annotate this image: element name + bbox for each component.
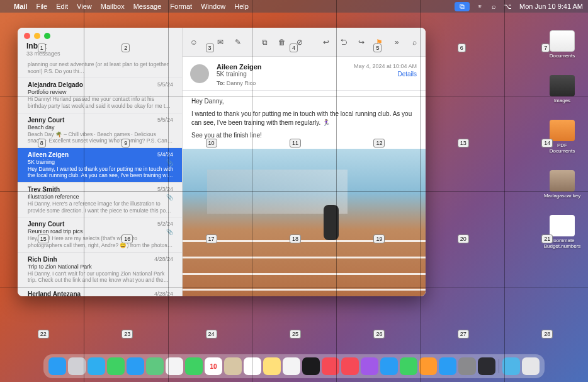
message-list-item[interactable]: Rich Dinh4/28/24Trip to Zion National Pa… [18, 253, 182, 287]
dock-keynote[interactable] [380, 357, 398, 375]
message-list-item[interactable]: Jenny Court5/5/24Beach dayBeach Day 🌴 – … [18, 113, 182, 148]
dock-launchpad[interactable] [68, 357, 86, 375]
reply-icon[interactable]: ↩ [320, 37, 332, 48]
message-item-preview: Hey Danny, I wanted to thank you for put… [28, 166, 173, 179]
message-item-date: 5/5/24 [157, 81, 173, 88]
dock-trash[interactable] [522, 357, 540, 375]
spotlight-icon[interactable]: ⌕ [492, 3, 496, 10]
grid-cell-label: 22 [38, 330, 49, 339]
more-icon[interactable]: » [390, 37, 403, 48]
message-datetime: May 4, 2024 at 10:04 AM [354, 63, 417, 69]
search-icon[interactable]: ⌕ [408, 37, 421, 48]
dock-news[interactable] [341, 357, 359, 375]
dock-messages[interactable] [107, 357, 125, 375]
sender-avatar [190, 64, 209, 83]
grid-cell-label: 13 [458, 139, 469, 148]
dock-tv[interactable] [302, 357, 320, 375]
menu-window[interactable]: Window [201, 3, 225, 10]
toolbar: ☺ ✉ ✎ ⧉ 🗑 ⊘ ↩ ⮌ ↪ ⚑ » ⌕ [183, 28, 426, 57]
message-list-pane: Inbox 33 messages planning our next adve… [18, 28, 183, 296]
message-item-date: 4/28/24 [154, 256, 173, 262]
desktop-item-label: Documents [550, 53, 575, 59]
message-body-paragraph: Hey Danny, [191, 97, 417, 106]
attachment-icon: 📎 [166, 229, 173, 235]
dock-appstore[interactable] [439, 357, 456, 375]
dock-facetime[interactable] [185, 357, 203, 375]
dock-downloads[interactable] [502, 357, 520, 375]
message-list-item[interactable]: Alejandra Delgado5/5/24Portfolio reviewH… [18, 78, 182, 113]
dock-settings[interactable] [458, 357, 476, 375]
dock-notes[interactable] [263, 357, 281, 375]
filter-icon[interactable]: ☺ [188, 37, 200, 48]
message-list-item[interactable]: Trev Smith5/3/24📎Illustration referenceH… [18, 183, 182, 217]
message-list-item[interactable]: Aileen Zeigen5/4/24📎5K trainingHey Danny… [18, 148, 182, 183]
file-icon [550, 120, 575, 141]
junk-icon[interactable]: ⊘ [293, 37, 306, 48]
envelope-icon[interactable]: ✉ [214, 37, 227, 48]
screen-share-icon[interactable]: ⧉ [455, 2, 470, 11]
desktop-item[interactable]: Madagascar.key [545, 170, 579, 199]
compose-icon[interactable]: ✎ [232, 37, 244, 48]
grid-cell-label: 27 [458, 330, 469, 339]
message-item-preview: Hi Danny, I can't wait for our upcoming … [28, 270, 173, 284]
control-center-icon[interactable]: ⌥ [504, 3, 512, 11]
message-list-item[interactable]: Jenny Court5/2/24📎Reunion road trip pics… [18, 217, 182, 252]
minimize-window-button[interactable] [34, 33, 40, 39]
details-button[interactable]: Details [354, 71, 417, 78]
dock-freeform[interactable] [283, 357, 300, 375]
message-list[interactable]: planning our next adventure (or at least… [18, 59, 182, 296]
dock-mail[interactable] [127, 357, 144, 375]
message-item-date: 5/5/24 [157, 117, 173, 123]
message-item-subject: Beach day [28, 124, 173, 130]
flag-icon[interactable]: ⚑ [373, 37, 385, 48]
desktop-item[interactable]: PDF Documents [545, 120, 579, 154]
clock[interactable]: Mon Jun 10 9:41 AM [519, 3, 583, 10]
trash-icon[interactable]: 🗑 [276, 37, 288, 48]
grid-cell-label: 24 [206, 330, 217, 339]
desktop-item[interactable]: Roommate Budget.numbers [545, 215, 579, 249]
dock-contacts[interactable] [224, 357, 242, 375]
message-list-item[interactable]: Herland Antezana4/28/24📎ResumeI've attac… [18, 287, 182, 296]
wifi-icon[interactable]: ᯤ [477, 3, 484, 10]
message-list-item[interactable]: planning our next adventure (or at least… [18, 59, 182, 78]
menu-view[interactable]: View [77, 3, 92, 10]
dock-reminders[interactable] [244, 357, 261, 375]
reply-all-icon[interactable]: ⮌ [337, 37, 350, 48]
forward-icon[interactable]: ↪ [355, 37, 368, 48]
archive-icon[interactable]: ⧉ [258, 37, 271, 48]
desktop-item-label: Madagascar.key [544, 193, 580, 199]
menu-format[interactable]: Format [170, 3, 192, 10]
dock-photos[interactable] [166, 357, 183, 375]
dock-safari[interactable] [88, 357, 105, 375]
message-item-date: 4/28/24 [154, 291, 173, 296]
grid-cell-label: 25 [290, 330, 301, 339]
message-body-paragraph: I wanted to thank you for putting me in … [191, 110, 417, 127]
message-attachment-image[interactable] [183, 149, 426, 296]
dock-calendar[interactable]: 10 [205, 357, 222, 375]
menu-edit[interactable]: Edit [56, 3, 68, 10]
attachment-icon: 📎 [166, 159, 173, 166]
dock-pages[interactable] [419, 357, 437, 375]
menu-mailbox[interactable]: Mailbox [101, 3, 125, 10]
fullscreen-window-button[interactable] [44, 33, 50, 39]
dock-maps[interactable] [146, 357, 164, 375]
message-item-from: Rich Dinh [28, 256, 173, 263]
menu-file[interactable]: File [36, 3, 47, 10]
close-window-button[interactable] [24, 33, 30, 39]
file-icon [550, 215, 575, 236]
window-controls [18, 28, 182, 42]
dock-numbers[interactable] [400, 357, 417, 375]
message-item-preview: Hi Danny, Here's a reference image for t… [28, 200, 173, 214]
dock-iphone-mirror[interactable] [478, 357, 495, 375]
app-menu[interactable]: Mail [14, 3, 27, 10]
file-icon [550, 75, 575, 96]
menu-help[interactable]: Help [234, 3, 249, 10]
dock-podcasts[interactable] [361, 357, 378, 375]
desktop-item[interactable]: Images [545, 75, 579, 103]
file-icon [550, 30, 575, 52]
desktop-item[interactable]: Documents [545, 30, 579, 59]
menu-message[interactable]: Message [133, 3, 162, 10]
dock-music[interactable] [322, 357, 339, 375]
dock-finder[interactable] [48, 357, 66, 375]
message-item-preview: Beach Day 🌴 – Chill vibes · Beach games … [28, 131, 173, 144]
